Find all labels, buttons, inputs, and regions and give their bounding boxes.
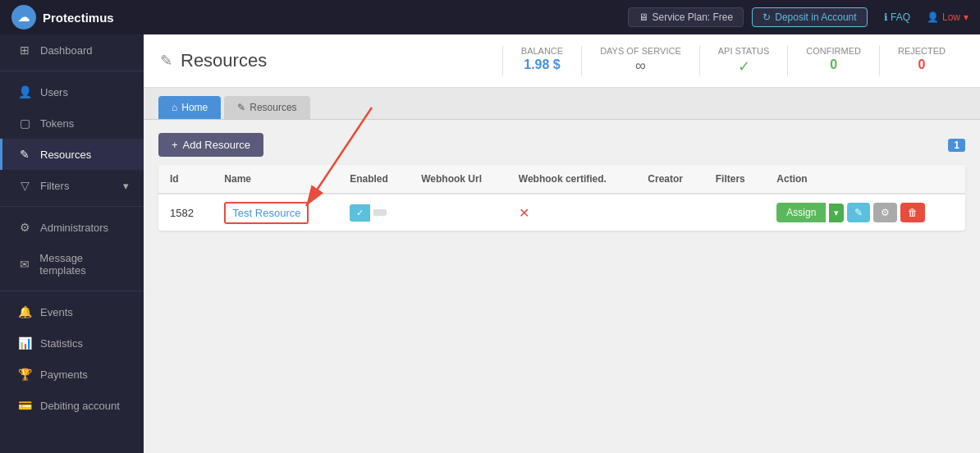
confirmed-value: 0 <box>830 57 837 72</box>
sidebar-item-label: Tokens <box>40 117 74 130</box>
row-filters <box>704 194 766 231</box>
days-value: ∞ <box>635 57 646 75</box>
stat-days: Days of Service ∞ <box>581 46 699 76</box>
sidebar-item-statistics[interactable]: 📊 Statistics <box>0 327 144 359</box>
sidebar-item-dashboard[interactable]: ⊞ Dashboard <box>0 34 144 66</box>
table-wrapper: Id Name Enabled Webhook Url Webhook cert… <box>158 165 965 231</box>
sidebar-item-resources[interactable]: ✎ Resources <box>0 139 144 170</box>
toolbar: + Add Resource 1 <box>158 133 965 157</box>
enabled-toggle: ✓ <box>350 204 398 222</box>
sidebar-item-label: Filters <box>40 180 69 192</box>
sidebar-divider <box>0 291 144 291</box>
col-action: Action <box>765 165 965 194</box>
table-header: Id Name Enabled Webhook Url Webhook cert… <box>158 165 965 194</box>
user-label: Low <box>942 11 960 23</box>
plus-icon: + <box>172 139 178 151</box>
add-resource-button[interactable]: + Add Resource <box>158 133 263 157</box>
sidebar-item-payments[interactable]: 🏆 Payments <box>0 359 144 390</box>
delete-button[interactable]: 🗑 <box>900 203 925 222</box>
table-area: + Add Resource 1 <box>144 120 980 244</box>
sidebar-item-users[interactable]: 👤 Users <box>0 76 144 108</box>
sidebar-item-tokens[interactable]: ▢ Tokens <box>0 108 144 139</box>
sidebar-item-label: Statistics <box>40 337 83 350</box>
stat-rejected: Rejected 0 <box>879 46 964 76</box>
sidebar-divider <box>0 71 144 71</box>
resource-name-link[interactable]: Test Resource <box>224 202 309 224</box>
service-plan-button[interactable]: 🖥 Service Plan: Free <box>628 7 744 27</box>
topbar: ☁ Protectimus 🖥 Service Plan: Free ↻ Dep… <box>0 0 980 34</box>
payments-icon: 🏆 <box>17 368 32 381</box>
debiting-icon: 💳 <box>17 399 32 412</box>
settings-button[interactable]: ⚙ <box>873 203 897 222</box>
row-webhook-certified: ✕ <box>507 194 637 231</box>
faq-label: FAQ <box>891 11 910 23</box>
faq-button[interactable]: ℹ FAQ <box>876 8 918 26</box>
row-action: Assign ▾ ✎ ⚙ 🗑 <box>765 194 965 231</box>
statistics-icon: 📊 <box>17 336 32 350</box>
api-value: ✓ <box>738 57 750 76</box>
logo-icon: ☁ <box>11 5 36 30</box>
page-title-icon: ✎ <box>160 52 172 70</box>
stat-balance: Balance 1.98 $ <box>502 46 581 76</box>
stat-confirmed: Confirmed 0 <box>787 46 879 76</box>
confirmed-label: Confirmed <box>806 46 861 56</box>
resources-table: Id Name Enabled Webhook Url Webhook cert… <box>158 165 965 231</box>
home-icon: ⌂ <box>172 102 177 113</box>
col-creator: Creator <box>636 165 703 194</box>
filters-expand-icon: ▾ <box>123 180 129 192</box>
row-id: 1582 <box>158 194 213 231</box>
row-webhook-url <box>410 194 507 231</box>
sidebar-item-label: Events <box>40 306 73 318</box>
user-icon: 👤 <box>927 11 939 23</box>
dashboard-icon: ⊞ <box>17 43 32 57</box>
events-icon: 🔔 <box>17 305 32 318</box>
sidebar-item-label: Debiting account <box>40 400 120 412</box>
breadcrumb-bar: ⌂ Home ✎ Resources <box>144 88 980 120</box>
info-icon: ℹ <box>884 11 888 23</box>
add-resource-label: Add Resource <box>183 139 250 151</box>
sidebar-divider <box>0 206 144 207</box>
row-creator <box>636 194 703 231</box>
assign-dropdown-button[interactable]: ▾ <box>829 204 844 222</box>
sidebar-item-message-templates[interactable]: ✉ Message templates <box>0 243 144 286</box>
filters-icon: ▽ <box>17 179 32 192</box>
toggle-on-button[interactable]: ✓ <box>350 204 370 222</box>
resources-breadcrumb-icon: ✎ <box>237 102 245 113</box>
sidebar-item-debiting-account[interactable]: 💳 Debiting account <box>0 390 144 421</box>
balance-value: 1.98 $ <box>524 57 560 72</box>
sidebar-item-label: Message templates <box>39 252 129 277</box>
deposit-button[interactable]: ↻ Deposit in Account <box>752 7 867 27</box>
sidebar-item-administrators[interactable]: ⚙ Administrators <box>0 212 144 243</box>
topbar-actions: 🖥 Service Plan: Free ↻ Deposit in Accoun… <box>628 7 969 27</box>
col-id: Id <box>158 165 213 194</box>
user-menu[interactable]: 👤 Low ▾ <box>927 11 969 23</box>
chevron-down-icon: ▾ <box>964 11 969 23</box>
breadcrumb-home[interactable]: ⌂ Home <box>158 96 221 119</box>
table-row: 1582 Test Resource ✓ <box>158 194 965 231</box>
service-plan-label: Service Plan: Free <box>653 11 734 23</box>
resources-icon: ✎ <box>17 148 32 161</box>
message-icon: ✉ <box>17 258 31 271</box>
page-header: ✎ Resources Balance 1.98 $ Days of Servi… <box>144 34 980 88</box>
refresh-icon: ↻ <box>762 11 771 23</box>
breadcrumb-resources[interactable]: ✎ Resources <box>224 96 309 119</box>
stat-api-status: API Status ✓ <box>699 46 788 76</box>
header-row: Id Name Enabled Webhook Url Webhook cert… <box>158 165 965 194</box>
breadcrumb-resources-label: Resources <box>250 102 296 113</box>
edit-button[interactable]: ✎ <box>847 203 870 222</box>
action-buttons: Assign ▾ ✎ ⚙ 🗑 <box>776 203 954 222</box>
app-logo: ☁ Protectimus <box>11 5 114 30</box>
webhook-certified-icon: ✕ <box>519 206 529 220</box>
assign-button[interactable]: Assign <box>776 203 826 222</box>
monitor-icon: 🖥 <box>639 11 648 23</box>
main-layout: ⊞ Dashboard 👤 Users ▢ Tokens ✎ Resources… <box>0 34 980 453</box>
app-name: Protectimus <box>43 11 114 25</box>
days-label: Days of Service <box>600 46 681 56</box>
sidebar-item-label: Resources <box>40 149 91 161</box>
sidebar-item-events[interactable]: 🔔 Events <box>0 296 144 327</box>
col-name: Name <box>213 165 338 194</box>
sidebar-item-label: Administrators <box>40 222 108 234</box>
stats-area: Balance 1.98 $ Days of Service ∞ API Sta… <box>502 46 964 76</box>
sidebar-item-filters[interactable]: ▽ Filters ▾ <box>0 170 144 201</box>
toggle-off-button[interactable] <box>373 209 387 216</box>
